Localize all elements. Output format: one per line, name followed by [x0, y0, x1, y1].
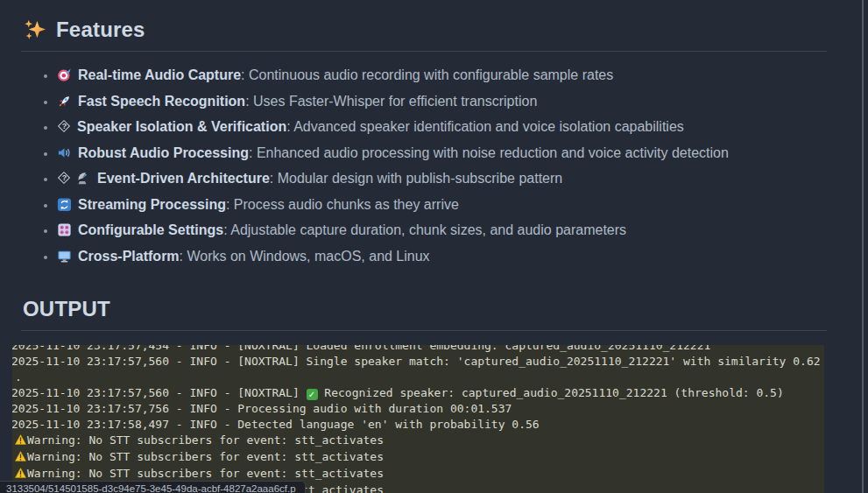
replacement-char-icon: ? [57, 171, 72, 186]
feature-item-configurable: Configurable Settings: Adjustable captur… [57, 220, 827, 240]
feature-label: Event-Driven Architecture [97, 171, 270, 186]
feature-desc: : Modular design with publish-subscribe … [270, 171, 562, 186]
feature-desc: : Continuous audio recording with config… [241, 67, 613, 82]
feature-desc: : Enhanced audio processing with noise r… [249, 145, 729, 160]
output-heading-text: OUTPUT [23, 297, 110, 321]
readme-content: Features Real-time Audio Capture: Contin… [0, 0, 868, 331]
feature-label: Speaker Isolation & Verification [77, 119, 286, 134]
log-line: 2025-11-10 23:17:57,454 - INFO - [NOXTRA… [12, 345, 824, 354]
feature-label: Configurable Settings [78, 222, 223, 237]
target-icon [57, 67, 72, 82]
feature-item-speaker-isolation: ?Speaker Isolation & Verification: Advan… [57, 116, 827, 137]
log-line: 2025-11-10 23:17:58,497 - INFO - Detecte… [12, 417, 824, 433]
feature-label: Cross-Platform [78, 249, 180, 264]
feature-item-streaming: Streaming Processing: Process audio chun… [57, 194, 827, 215]
terminal-output-image[interactable]: 2025-11-10 23:17:57,454 - INFO - [NOXTRA… [12, 345, 824, 493]
satellite-icon [75, 171, 90, 186]
feature-desc: : Process audio chunks as they arrive [226, 197, 459, 212]
feature-desc: : Works on Windows, macOS, and Linux [180, 249, 430, 264]
feature-item-event-driven: ? Event-Driven Architecture: Modular des… [57, 168, 827, 188]
computer-icon [57, 249, 72, 264]
speaker-icon [57, 145, 72, 160]
replacement-char-icon: ? [57, 119, 72, 134]
features-heading: Features [21, 12, 827, 52]
feature-desc: : Adjustable capture duration, chunk siz… [223, 222, 626, 237]
warning-icon [15, 433, 26, 449]
knobs-icon [57, 222, 72, 237]
feature-item-realtime-capture: Real-time Audio Capture: Continuous audi… [57, 65, 827, 85]
feature-item-fast-recognition: Fast Speech Recognition: Uses Faster-Whi… [57, 91, 827, 111]
feature-label: Streaming Processing [78, 197, 226, 212]
log-line: 2025-11-10 23:17:57,560 - INFO - [NOXTRA… [12, 354, 824, 370]
log-line: . [15, 370, 824, 385]
feature-desc: : Advanced speaker identification and vo… [286, 119, 684, 134]
feature-desc: : Uses Faster-Whisper for efficient tran… [245, 94, 537, 109]
feature-label: Fast Speech Recognition [78, 94, 245, 109]
browser-status-bar: 3133504/514501585-d3c94e75-3e45-49da-acb… [0, 481, 306, 493]
feature-label: Real-time Audio Capture [78, 67, 241, 82]
features-heading-text: Features [56, 18, 145, 42]
scrollbar-edge[interactable] [862, 0, 864, 493]
status-url-fragment: 3133504/514501585-d3c94e75-3e45-49da-acb… [6, 483, 296, 493]
log-line-warning: Warning: No STT subscribers for event: s… [15, 449, 824, 466]
features-list: Real-time Audio Capture: Continuous audi… [21, 65, 827, 266]
log-line: 2025-11-10 23:17:57,756 - INFO - Process… [12, 401, 824, 417]
rocket-icon [57, 94, 72, 109]
sparkles-icon [23, 18, 46, 42]
log-line-warning: Warning: No STT subscribers for event: s… [15, 433, 824, 449]
check-icon: ✓ [307, 389, 318, 400]
feature-label: Robust Audio Processing [78, 145, 249, 160]
warning-icon [15, 450, 26, 466]
output-heading: OUTPUT [21, 292, 827, 331]
feature-item-cross-platform: Cross-Platform: Works on Windows, macOS,… [57, 246, 827, 266]
feature-item-robust-processing: Robust Audio Processing: Enhanced audio … [57, 143, 827, 163]
log-line-recognized: 2025-11-10 23:17:57,560 - INFO - [NOXTRA… [12, 385, 824, 401]
refresh-icon [57, 197, 72, 212]
